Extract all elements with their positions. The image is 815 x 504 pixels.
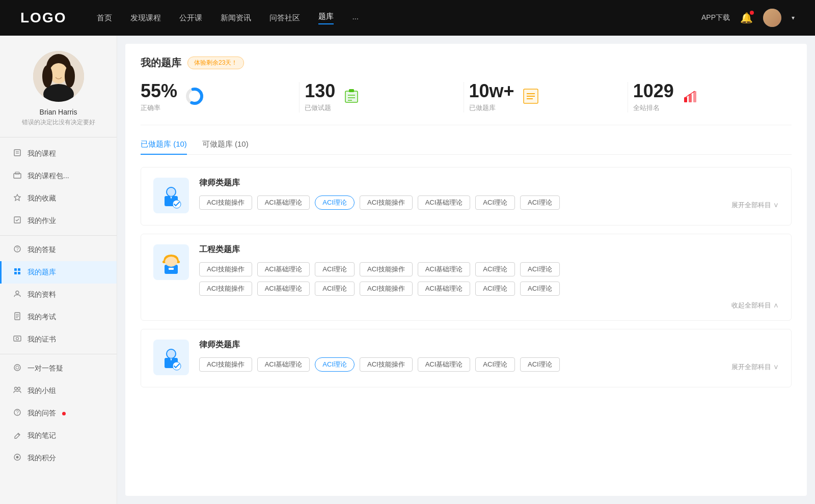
navbar: LOGO 首页 发现课程 公开课 新闻资讯 问答社区 题库 ··· APP下载 … xyxy=(0,0,815,36)
svg-point-25 xyxy=(16,338,19,340)
bank-tag-1-0[interactable]: ACI技能操作 xyxy=(199,195,252,210)
bank-tag-3-1[interactable]: ACI基础理论 xyxy=(257,357,310,372)
sidebar-divider-1 xyxy=(0,235,117,236)
tab-done-banks[interactable]: 已做题库 (10) xyxy=(141,139,187,154)
sidebar-label-my-qa: 我的答疑 xyxy=(28,245,56,255)
nav-open-course[interactable]: 公开课 xyxy=(179,13,202,23)
bank-tag-3-2[interactable]: ACI理论 xyxy=(315,357,355,372)
bank-tag-2-r2-0[interactable]: ACI技能操作 xyxy=(199,282,252,296)
bank-tags-2-row2: ACI技能操作 ACI基础理论 ACI理论 ACI技能操作 ACI基础理论 AC… xyxy=(199,282,779,296)
nav-news[interactable]: 新闻资讯 xyxy=(221,13,251,23)
bank-tag-3-6[interactable]: ACI理论 xyxy=(520,357,560,372)
bank-tag-2-r2-6[interactable]: ACI理论 xyxy=(520,282,560,296)
sidebar-label-my-course: 我的课程 xyxy=(28,149,56,158)
sidebar-label-my-certificate: 我的证书 xyxy=(28,335,56,344)
bank-tag-2-r1-1[interactable]: ACI基础理论 xyxy=(257,262,310,276)
bank-tag-3-4[interactable]: ACI基础理论 xyxy=(418,357,471,372)
bank-tag-2-r2-4[interactable]: ACI基础理论 xyxy=(418,282,471,296)
tab-available-banks[interactable]: 可做题库 (10) xyxy=(202,139,249,154)
svg-rect-46 xyxy=(684,97,687,102)
my-notes-icon xyxy=(12,431,22,441)
bank-tag-2-r2-5[interactable]: ACI理论 xyxy=(475,282,515,296)
svg-text:?: ? xyxy=(16,410,19,415)
sidebar-item-question-bank[interactable]: 我的题库 xyxy=(0,261,117,284)
bank-tag-2-r1-3[interactable]: ACI技能操作 xyxy=(360,262,413,276)
bank-tag-1-3[interactable]: ACI技能操作 xyxy=(360,195,413,210)
bank-tag-1-4[interactable]: ACI基础理论 xyxy=(418,195,471,210)
bank-tag-2-r1-2[interactable]: ACI理论 xyxy=(315,262,355,276)
profile-section: Brian Harris 错误的决定比没有决定要好 xyxy=(0,51,117,137)
sidebar-item-my-points[interactable]: 我的积分 xyxy=(0,447,117,469)
notification-bell[interactable]: 🔔 xyxy=(740,12,753,24)
bank-tag-3-0[interactable]: ACI技能操作 xyxy=(199,357,252,372)
svg-point-28 xyxy=(15,387,17,390)
bank-expand-3[interactable]: 展开全部科目 ∨ xyxy=(731,362,779,372)
svg-point-56 xyxy=(165,257,177,267)
bank-tag-1-2[interactable]: ACI理论 xyxy=(315,195,355,210)
nav-qa[interactable]: 问答社区 xyxy=(269,13,300,23)
sidebar-item-my-qa[interactable]: ? 我的答疑 xyxy=(0,239,117,261)
my-certificate-icon xyxy=(12,334,22,345)
user-avatar[interactable] xyxy=(763,9,781,27)
bank-tags-2-row1: ACI技能操作 ACI基础理论 ACI理论 ACI技能操作 ACI基础理论 AC… xyxy=(199,262,779,276)
svg-point-19 xyxy=(16,291,19,294)
bank-expand-1[interactable]: 展开全部科目 ∨ xyxy=(731,201,779,210)
nav-home[interactable]: 首页 xyxy=(97,13,112,23)
bank-tag-2-r1-5[interactable]: ACI理论 xyxy=(475,262,515,276)
sidebar-item-favorites[interactable]: 我的收藏 xyxy=(0,187,117,210)
sidebar-label-homework: 我的作业 xyxy=(28,216,56,226)
svg-point-5 xyxy=(65,65,75,88)
bank-tag-2-r1-0[interactable]: ACI技能操作 xyxy=(199,262,252,276)
sidebar-item-my-course[interactable]: 我的课程 xyxy=(0,143,117,165)
svg-point-27 xyxy=(16,366,19,369)
donut-chart-icon xyxy=(184,86,205,108)
sidebar-item-my-profile[interactable]: 我的资料 xyxy=(0,284,117,306)
favorites-icon xyxy=(12,193,22,204)
bank-tag-1-5[interactable]: ACI理论 xyxy=(475,195,515,210)
stat-site-rank-value: 1029 全站排名 xyxy=(633,82,674,113)
sidebar-label-my-notes: 我的笔记 xyxy=(28,431,56,440)
sidebar-item-my-question[interactable]: ? 我的问答 xyxy=(0,402,117,425)
svg-point-29 xyxy=(18,387,20,390)
bank-icon-engineer xyxy=(153,244,189,280)
profile-name: Brian Harris xyxy=(10,108,106,116)
svg-point-26 xyxy=(14,365,20,371)
sidebar-item-one-on-one[interactable]: 一对一答疑 xyxy=(0,357,117,380)
bank-tag-2-r2-3[interactable]: ACI技能操作 xyxy=(360,282,413,296)
my-question-icon: ? xyxy=(12,408,22,418)
nav-discover[interactable]: 发现课程 xyxy=(130,13,161,23)
svg-point-60 xyxy=(167,350,175,358)
sidebar-item-my-exam[interactable]: 我的考试 xyxy=(0,306,117,328)
bank-tag-1-1[interactable]: ACI基础理论 xyxy=(257,195,310,210)
main-content-area: 我的题库 体验剩余23天！ 55% 正确率 130 xyxy=(125,44,807,496)
page-header: 我的题库 体验剩余23天！ xyxy=(141,56,792,70)
bank-tag-2-r2-1[interactable]: ACI基础理论 xyxy=(257,282,310,296)
sidebar-item-course-package[interactable]: 我的课程包... xyxy=(0,165,117,187)
list-icon xyxy=(522,87,540,107)
app-download-button[interactable]: APP下载 xyxy=(701,13,730,22)
bank-tag-1-6[interactable]: ACI理论 xyxy=(520,195,560,210)
bank-tag-2-r1-6[interactable]: ACI理论 xyxy=(520,262,560,276)
svg-rect-18 xyxy=(18,272,20,274)
nav-more[interactable]: ··· xyxy=(352,14,359,22)
bank-tag-2-r1-4[interactable]: ACI基础理论 xyxy=(418,262,471,276)
user-dropdown-arrow[interactable]: ▾ xyxy=(792,14,795,21)
svg-rect-24 xyxy=(14,336,21,341)
bank-tag-2-r2-2[interactable]: ACI理论 xyxy=(315,282,355,296)
my-profile-icon xyxy=(12,290,22,300)
sidebar-item-my-group[interactable]: 我的小组 xyxy=(0,380,117,402)
bank-content-1: 律师类题库 ACI技能操作 ACI基础理论 ACI理论 ACI技能操作 ACI基… xyxy=(199,178,779,215)
svg-point-34 xyxy=(16,456,19,459)
sidebar-item-my-notes[interactable]: 我的笔记 xyxy=(0,425,117,447)
stat-done-questions-value: 130 已做试题 xyxy=(305,82,335,113)
course-package-icon xyxy=(12,171,22,181)
sidebar-item-homework[interactable]: 我的作业 xyxy=(0,210,117,232)
bank-tag-3-3[interactable]: ACI技能操作 xyxy=(360,357,413,372)
correct-rate-label: 正确率 xyxy=(141,103,177,113)
bank-tag-3-5[interactable]: ACI理论 xyxy=(475,357,515,372)
nav-questionbank[interactable]: 题库 xyxy=(318,12,334,24)
bank-name-1: 律师类题库 xyxy=(199,178,779,188)
sidebar-menu: 我的课程 我的课程包... 我的收藏 我的作业 xyxy=(0,137,117,474)
bank-collapse-2[interactable]: 收起全部科目 ∧ xyxy=(731,301,779,310)
sidebar-item-my-certificate[interactable]: 我的证书 xyxy=(0,328,117,351)
